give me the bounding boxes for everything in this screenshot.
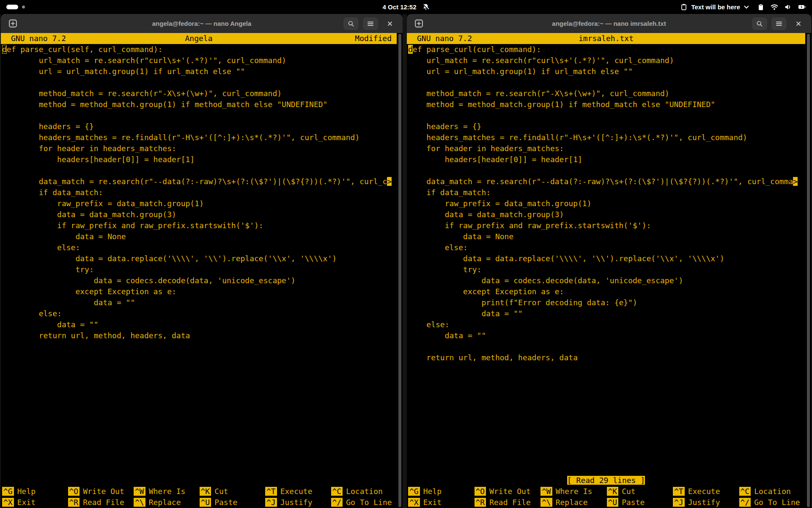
text-cursor: d — [2, 45, 7, 54]
titlebar-left[interactable]: angela@fedora:~ — nano Angela — [1, 14, 403, 33]
workspace-active-pill[interactable] — [6, 5, 18, 9]
shortcut-label: Paste — [214, 498, 237, 507]
clock-button[interactable]: 4 Oct 12:52 — [382, 0, 429, 14]
shortcut-key: ^K — [200, 487, 211, 496]
nano-shortcut-help: ^GHelp — [2, 486, 68, 497]
shortcut-key: ^X — [408, 498, 420, 507]
code-line: headers[header[0]] = header[1] — [408, 154, 805, 165]
shortcut-key: ^X — [2, 498, 14, 507]
code-line: data = None — [408, 231, 805, 242]
nano-shortcut-paste: ^UPaste — [200, 497, 266, 508]
window-title: angela@fedora:~ — nano Angela — [152, 20, 252, 27]
terminal-area-right[interactable]: GNU nano 7.2 imrsaleh.txt def parse_curl… — [407, 33, 811, 508]
clipboard-icon — [680, 3, 687, 11]
code-line — [2, 110, 397, 121]
nano-shortcut-location: ^CLocation — [739, 486, 806, 497]
new-tab-button[interactable] — [412, 17, 425, 30]
nano-status-message: [ Read 29 lines ] — [567, 476, 645, 485]
nano-shortcut-help: ^GHelp — [408, 486, 475, 497]
titlebar-right[interactable]: angela@fedora:~ — nano imrsaleh.txt — [407, 14, 811, 33]
terminal-scrollbar[interactable] — [398, 34, 401, 507]
shortcut-key: ^W — [540, 487, 552, 496]
code-line: data = data_match.group(3) — [2, 209, 397, 220]
nano-shortcut-replace: ^\Replace — [540, 497, 607, 508]
nano-shortcut-location: ^CLocation — [331, 486, 397, 497]
shortcut-key: ^W — [134, 487, 145, 496]
code-line: else: — [2, 308, 397, 319]
code-line: url = url_match.group(1) if url_match el… — [2, 66, 397, 77]
code-line: data = data.replace('\\\\', '\\').replac… — [408, 253, 805, 264]
shortcut-label: Replace — [149, 498, 181, 507]
notifications-muted-icon — [422, 3, 430, 11]
clipboard-tray-button[interactable]: Text will be here — [680, 3, 749, 11]
terminal-area-left[interactable]: GNU nano 7.2 Angela Modified def parse_c… — [1, 33, 403, 508]
nano-shortcut-exit: ^XExit — [2, 497, 68, 508]
workspace-indicator[interactable] — [6, 0, 25, 14]
code-line: if raw_prefix and raw_prefix.startswith(… — [2, 220, 397, 231]
gnome-top-bar: 4 Oct 12:52 Text will be here — [0, 0, 812, 14]
nano-shortcut-cut: ^KCut — [607, 486, 673, 497]
shortcut-label: Write Out — [83, 487, 124, 496]
code-line: data = None — [2, 231, 397, 242]
nano-shortcut-execute: ^TExecute — [265, 486, 331, 497]
menu-button[interactable] — [771, 17, 787, 30]
code-line: headers_matches = re.findall(r"-H\s+'([^… — [2, 132, 397, 143]
shortcut-key: ^T — [265, 487, 277, 496]
new-tab-button[interactable] — [6, 17, 19, 30]
wifi-icon — [771, 4, 778, 10]
nano-modified-flag: Modified — [355, 33, 392, 44]
code-line: raw_prefix = data_match.group(1) — [2, 198, 397, 209]
titlebar-actions — [752, 17, 806, 30]
code-line: data = data.replace('\\\\', '\\').replac… — [2, 253, 397, 264]
shortcut-label: Go To Line — [754, 498, 800, 507]
nano-shortcut-go-to-line: ^/Go To Line — [739, 497, 806, 508]
nano-shortcut-read-file: ^RRead File — [68, 497, 134, 508]
code-line: else: — [2, 242, 397, 253]
code-line: method_match = re.search(r"-X\s+(\w+)", … — [2, 88, 397, 99]
code-line — [408, 110, 805, 121]
shortcut-key: ^C — [739, 487, 751, 496]
nano-shortcut-justify: ^JJustify — [673, 497, 739, 508]
code-line: data = "" — [2, 319, 397, 330]
chevron-down-icon — [744, 6, 749, 9]
code-line: for header in headers_matches: — [408, 143, 805, 154]
shortcut-label: Read File — [83, 498, 124, 507]
shortcut-key: ^C — [331, 487, 343, 496]
close-button[interactable] — [791, 17, 806, 30]
code-line: for header in headers_matches: — [2, 143, 397, 154]
code-line: def parse_curl(curl_command): — [408, 44, 805, 55]
shortcut-label: Execute — [688, 487, 720, 496]
shortcut-key: ^\ — [540, 498, 552, 507]
search-button[interactable] — [752, 17, 767, 30]
nano-shortcut-justify: ^JJustify — [265, 497, 331, 508]
nano-filename: imrsaleh.txt — [579, 33, 634, 44]
shortcut-key: ^\ — [134, 498, 145, 507]
nano-edit-buffer[interactable]: def parse_curl(self, curl_command): url_… — [2, 44, 397, 475]
code-line: url_match = re.search(r"curl\s+'(.*?)'",… — [2, 55, 397, 66]
shortcut-label: Location — [754, 487, 791, 496]
code-line: data = codecs.decode(data, 'unicode_esca… — [408, 275, 805, 286]
code-line: try: — [2, 264, 397, 275]
shortcut-key: ^J — [673, 498, 685, 507]
close-button[interactable] — [382, 17, 398, 30]
nano-shortcut-where-is: ^WWhere Is — [134, 486, 200, 497]
nano-edit-buffer[interactable]: def parse_curl(curl_command): url_match … — [408, 44, 805, 475]
nano-shortcut-bar: ^GHelp^OWrite Out^WWhere Is^KCut^TExecut… — [2, 486, 397, 508]
terminal-scrollbar[interactable] — [807, 34, 810, 507]
shortcut-label: Where Is — [149, 487, 186, 496]
workspace-inactive-dot[interactable] — [22, 6, 25, 8]
system-status-area[interactable] — [757, 3, 806, 11]
terminal-window-angela: angela@fedora:~ — nano Angela — [1, 14, 403, 508]
code-line: url = url_match.group(1) if url_match el… — [408, 66, 805, 77]
menu-button[interactable] — [363, 17, 378, 30]
nano-titlebar: GNU nano 7.2 imrsaleh.txt — [407, 33, 805, 44]
search-button[interactable] — [343, 17, 359, 30]
code-line — [2, 165, 397, 176]
shortcut-label: Where Is — [556, 487, 593, 496]
code-line: data = data_match.group(3) — [408, 209, 805, 220]
code-line: except Exception as e: — [2, 286, 397, 297]
line-truncation-marker: > — [387, 177, 392, 186]
shortcut-label: Location — [346, 487, 383, 496]
code-line: raw_prefix = data_match.group(1) — [408, 198, 805, 209]
code-line — [408, 165, 805, 176]
